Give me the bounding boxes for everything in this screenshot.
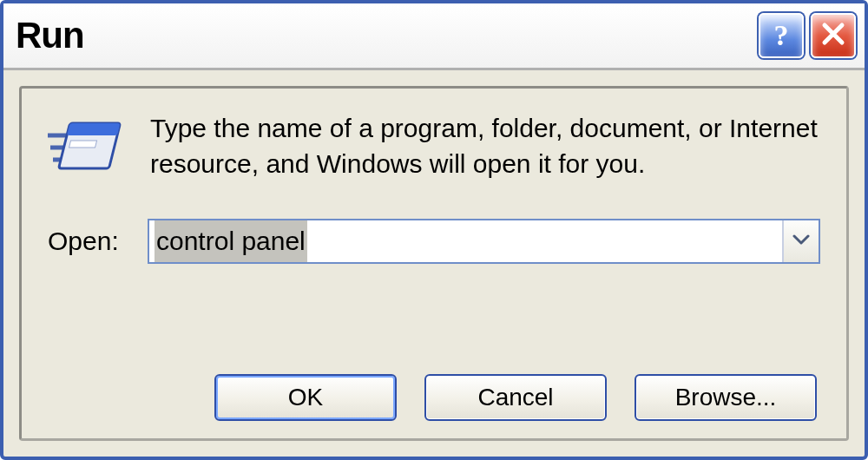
- dialog-body: Type the name of a program, folder, docu…: [3, 70, 865, 457]
- open-row: Open: control panel: [48, 219, 820, 264]
- chevron-down-icon: [792, 233, 810, 249]
- group-box: Type the name of a program, folder, docu…: [19, 86, 849, 441]
- open-combobox[interactable]: control panel: [148, 219, 820, 264]
- open-dropdown-button[interactable]: [782, 220, 819, 262]
- browse-button[interactable]: Browse...: [635, 374, 817, 421]
- ok-button[interactable]: OK: [214, 374, 397, 421]
- instruction-row: Type the name of a program, folder, docu…: [48, 111, 820, 184]
- instruction-text: Type the name of a program, folder, docu…: [150, 111, 820, 181]
- open-input-wrap[interactable]: control panel: [149, 220, 782, 262]
- run-dialog-icon: [48, 115, 126, 184]
- help-icon: ?: [774, 19, 789, 52]
- close-button[interactable]: [811, 13, 856, 58]
- run-dialog-window: Run ?: [0, 0, 868, 460]
- cancel-button[interactable]: Cancel: [424, 374, 607, 421]
- window-title: Run: [16, 15, 752, 56]
- open-input-text: control panel: [155, 220, 307, 262]
- svg-rect-5: [69, 141, 97, 148]
- help-button[interactable]: ?: [759, 13, 804, 58]
- title-bar: Run ?: [3, 3, 865, 70]
- button-row: OK Cancel Browse...: [48, 374, 820, 421]
- open-label: Open:: [48, 227, 130, 256]
- open-input[interactable]: [149, 220, 160, 262]
- close-icon: [821, 19, 845, 53]
- svg-rect-4: [67, 123, 120, 135]
